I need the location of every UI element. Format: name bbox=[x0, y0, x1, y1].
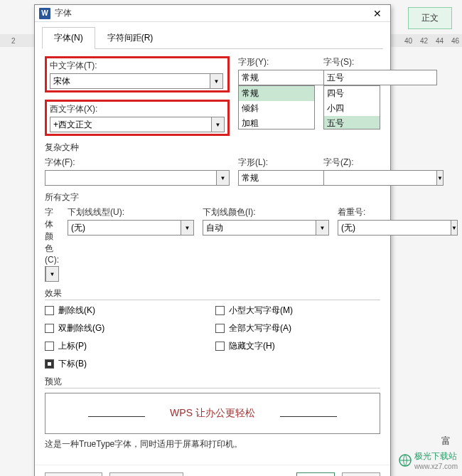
tab-font[interactable]: 字体(N) bbox=[42, 27, 95, 49]
size-listbox[interactable]: 四号 小四 五号 bbox=[323, 85, 380, 129]
ulcolor-label: 下划线颜色(I): bbox=[203, 206, 329, 218]
list-item[interactable]: 加粗 bbox=[239, 116, 314, 129]
tabs: 字体(N) 字符间距(R) bbox=[42, 26, 383, 49]
list-item[interactable]: 常规 bbox=[239, 86, 314, 101]
ulcolor-input[interactable] bbox=[203, 220, 316, 236]
chevron-down-icon[interactable]: ▼ bbox=[316, 220, 329, 236]
size-label: 字号(S): bbox=[323, 56, 380, 68]
chevron-down-icon[interactable]: ▼ bbox=[437, 170, 444, 186]
style-label: 字形(Y): bbox=[238, 56, 315, 68]
chk-superscript[interactable]: 上标(P) bbox=[45, 340, 173, 352]
preview-title: 预览 bbox=[45, 376, 380, 388]
preview-box: WPS 让办公更轻松 bbox=[45, 393, 380, 434]
complex-size-input[interactable] bbox=[323, 170, 437, 186]
dialog-title: 字体 bbox=[55, 7, 365, 19]
alltext-title: 所有文字 bbox=[45, 191, 380, 203]
chk-label: 小型大写字母(M) bbox=[229, 305, 293, 317]
emphasis-input[interactable] bbox=[338, 220, 451, 236]
chk-subscript[interactable]: 下标(B) bbox=[45, 358, 173, 370]
chevron-down-icon[interactable]: ▼ bbox=[181, 220, 194, 236]
app-icon: W bbox=[39, 8, 50, 19]
chk-double-strike[interactable]: 双删除线(G) bbox=[45, 322, 173, 334]
chk-label: 上标(P) bbox=[58, 340, 87, 352]
complex-font-label: 字体(F): bbox=[45, 157, 230, 169]
underline-input[interactable] bbox=[68, 220, 181, 236]
globe-icon bbox=[399, 454, 412, 467]
truetype-hint: 这是一种TrueType字体，同时适用于屏幕和打印机。 bbox=[45, 438, 380, 450]
watermark: 极光下载站 www.xz7.com bbox=[399, 450, 458, 470]
style-listbox[interactable]: 常规 倾斜 加粗 bbox=[238, 85, 315, 129]
list-item[interactable]: 五号 bbox=[324, 116, 380, 129]
chevron-down-icon[interactable]: ▼ bbox=[46, 266, 59, 282]
west-font-label: 西文字体(X): bbox=[50, 103, 225, 115]
ruler-mark: 44 bbox=[436, 37, 444, 45]
bg-text: 富 bbox=[441, 435, 451, 448]
dialog-footer: 默认(D)... 文本效果(E)... i操作技巧 确定 取消 bbox=[35, 465, 390, 476]
ruler-mark: 40 bbox=[404, 37, 412, 45]
color-label: 字体颜色(C): bbox=[45, 206, 59, 265]
chk-label: 删除线(K) bbox=[58, 305, 95, 317]
underline-label: 下划线线型(U): bbox=[68, 206, 194, 218]
chk-hidden[interactable]: 隐藏文字(H) bbox=[215, 340, 343, 352]
chk-strike[interactable]: 删除线(K) bbox=[45, 305, 173, 317]
size-input[interactable] bbox=[323, 70, 437, 85]
cn-font-label: 中文字体(T): bbox=[50, 60, 223, 72]
chk-label: 全部大写字母(A) bbox=[229, 322, 291, 334]
ruler-mark: 42 bbox=[420, 37, 428, 45]
chk-smallcaps[interactable]: 小型大写字母(M) bbox=[215, 305, 343, 317]
list-item[interactable]: 倾斜 bbox=[239, 101, 314, 116]
list-item[interactable]: 四号 bbox=[324, 86, 380, 101]
ok-button[interactable]: 确定 bbox=[296, 472, 335, 476]
cancel-button[interactable]: 取消 bbox=[342, 472, 380, 476]
complex-font-input[interactable] bbox=[45, 170, 217, 186]
chk-label: 双删除线(G) bbox=[58, 322, 104, 334]
font-dialog: W 字体 ✕ 字体(N) 字符间距(R) 中文字体(T): ▼ 西文字体(X): bbox=[34, 4, 391, 476]
watermark-url: www.xz7.com bbox=[414, 462, 458, 470]
tab-spacing[interactable]: 字符间距(R) bbox=[95, 27, 166, 49]
list-item[interactable]: 小四 bbox=[324, 101, 380, 116]
complex-size-label: 字号(Z): bbox=[323, 157, 380, 169]
complex-title: 复杂文种 bbox=[45, 142, 380, 154]
close-icon[interactable]: ✕ bbox=[365, 5, 390, 22]
preview-text: WPS 让办公更轻松 bbox=[170, 407, 255, 420]
text-effect-button[interactable]: 文本效果(E)... bbox=[109, 472, 183, 476]
emphasis-label: 着重号: bbox=[338, 206, 394, 218]
watermark-name: 极光下载站 bbox=[414, 450, 458, 462]
chevron-down-icon[interactable]: ▼ bbox=[212, 117, 225, 132]
default-button[interactable]: 默认(D)... bbox=[45, 472, 102, 476]
chk-allcaps[interactable]: 全部大写字母(A) bbox=[215, 322, 343, 334]
ruler-mark: 2 bbox=[11, 37, 16, 45]
font-color-picker[interactable]: ▼ bbox=[45, 266, 59, 282]
style-zhengwen-button[interactable]: 正文 bbox=[408, 7, 452, 29]
titlebar: W 字体 ✕ bbox=[35, 5, 390, 22]
west-font-input[interactable] bbox=[50, 117, 212, 132]
ruler-mark: 46 bbox=[451, 37, 459, 45]
complex-style-label: 字形(L): bbox=[238, 157, 315, 169]
cn-font-input[interactable] bbox=[50, 73, 210, 89]
chevron-down-icon[interactable]: ▼ bbox=[210, 73, 223, 89]
chevron-down-icon[interactable]: ▼ bbox=[451, 220, 458, 236]
chk-label: 隐藏文字(H) bbox=[229, 340, 275, 352]
effects-title: 效果 bbox=[45, 287, 380, 300]
chk-label: 下标(B) bbox=[58, 358, 87, 370]
chevron-down-icon[interactable]: ▼ bbox=[217, 170, 230, 186]
